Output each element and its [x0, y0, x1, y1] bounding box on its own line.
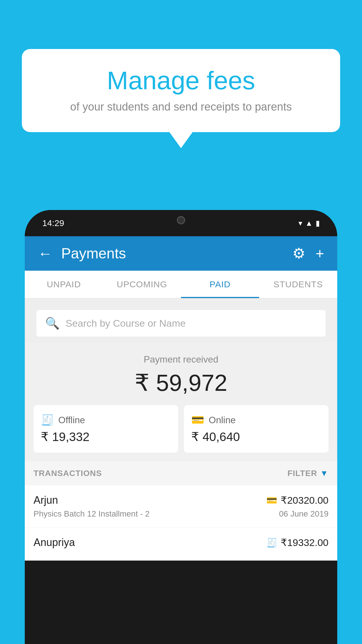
offline-pay-icon: 🧾	[266, 538, 277, 548]
phone-camera	[177, 216, 185, 224]
payment-cards: 🧾 Offline ₹ 19,332 💳 Online ₹ 40,640	[34, 405, 328, 453]
transaction-top: Anupriya 🧾 ₹19332.00	[34, 536, 328, 549]
wifi-icon: ▾	[298, 219, 302, 228]
battery-icon: ▮	[316, 219, 320, 228]
transaction-amount: ₹20320.00	[281, 494, 328, 506]
transaction-course: Physics Batch 12 Installment - 2	[34, 509, 150, 519]
phone-status-bar: 14:29 ▾ ▲ ▮	[25, 210, 337, 236]
online-amount: ₹ 40,640	[191, 430, 321, 444]
tab-unpaid[interactable]: UNPAID	[25, 271, 103, 298]
transaction-top: Arjun 💳 ₹20320.00	[34, 494, 328, 506]
transactions-label: TRANSACTIONS	[34, 469, 102, 478]
transaction-name: Anupriya	[34, 536, 75, 549]
phone-frame: 14:29 ▾ ▲ ▮ ← Payments ⚙ + UNPAID UPCOMI…	[25, 210, 337, 644]
transaction-name: Arjun	[34, 494, 58, 506]
transaction-date: 06 June 2019	[279, 509, 328, 519]
search-bar[interactable]: 🔍 Search by Course or Name	[36, 310, 326, 337]
bubble-subtitle: of your students and send receipts to pa…	[42, 101, 320, 113]
online-label: Online	[209, 415, 236, 426]
tab-upcoming[interactable]: UPCOMING	[103, 271, 181, 298]
transaction-amount-wrap: 💳 ₹20320.00	[266, 494, 328, 506]
filter-button[interactable]: FILTER ▼	[287, 469, 328, 478]
phone-notch	[155, 210, 207, 230]
offline-card-header: 🧾 Offline	[41, 414, 171, 426]
tab-paid[interactable]: PAID	[181, 271, 259, 298]
transaction-row: Anupriya 🧾 ₹19332.00	[25, 528, 337, 561]
signal-icon: ▲	[305, 219, 313, 228]
search-icon: 🔍	[45, 316, 60, 330]
transactions-header: TRANSACTIONS FILTER ▼	[25, 461, 337, 485]
transaction-row: Arjun 💳 ₹20320.00 Physics Batch 12 Insta…	[25, 485, 337, 528]
payment-received-label: Payment received	[34, 354, 328, 365]
offline-amount: ₹ 19,332	[41, 430, 171, 444]
add-icon[interactable]: +	[316, 245, 324, 262]
online-card-header: 💳 Online	[191, 414, 321, 426]
status-time: 14:29	[42, 218, 64, 228]
transaction-bottom: Physics Batch 12 Installment - 2 06 June…	[34, 509, 328, 519]
bubble-title: Manage fees	[42, 66, 320, 95]
filter-text: FILTER	[287, 469, 317, 478]
app-header: ← Payments ⚙ +	[25, 236, 337, 271]
filter-icon: ▼	[320, 469, 328, 478]
settings-icon[interactable]: ⚙	[292, 245, 305, 262]
tab-students[interactable]: STUDENTS	[259, 271, 337, 298]
offline-icon: 🧾	[41, 414, 54, 426]
transaction-amount: ₹19332.00	[281, 537, 328, 548]
online-icon: 💳	[191, 414, 204, 426]
transaction-amount-wrap: 🧾 ₹19332.00	[266, 537, 328, 548]
back-button[interactable]: ←	[38, 245, 52, 262]
speech-bubble: Manage fees of your students and send re…	[22, 49, 340, 132]
offline-label: Offline	[58, 415, 85, 426]
search-placeholder: Search by Course or Name	[66, 318, 186, 329]
offline-card: 🧾 Offline ₹ 19,332	[34, 405, 178, 453]
card-icon: 💳	[266, 495, 277, 505]
online-card: 💳 Online ₹ 40,640	[184, 405, 328, 453]
tabs-bar: UNPAID UPCOMING PAID STUDENTS	[25, 271, 337, 298]
app-screen: ← Payments ⚙ + UNPAID UPCOMING PAID STUD…	[25, 236, 337, 561]
header-actions: ⚙ +	[292, 245, 324, 262]
payment-summary: Payment received ₹ 59,972 🧾 Offline ₹ 19…	[25, 342, 337, 461]
page-title: Payments	[61, 245, 284, 262]
payment-total-amount: ₹ 59,972	[34, 369, 328, 396]
status-icons: ▾ ▲ ▮	[298, 219, 320, 228]
